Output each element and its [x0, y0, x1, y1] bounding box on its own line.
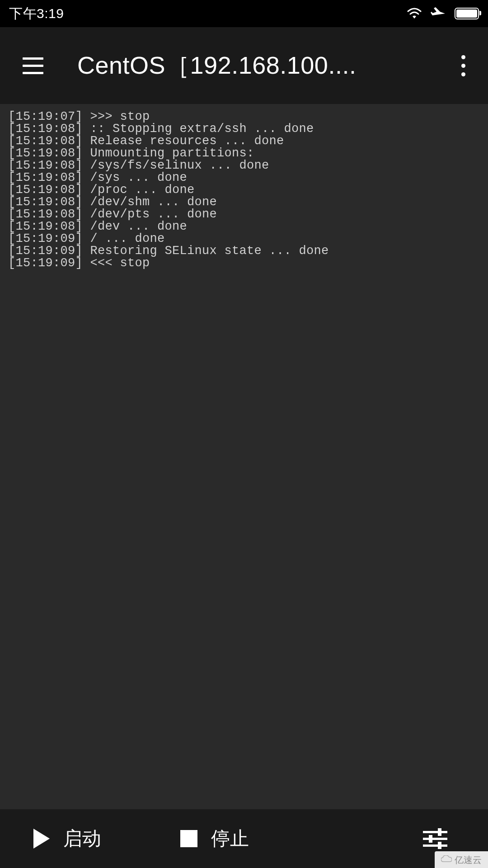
terminal-line: [15:19:08] Release resources ... done — [8, 135, 480, 147]
watermark-logo-icon — [441, 855, 452, 865]
terminal-line: [15:19:09] Restoring SELinux state ... d… — [8, 245, 480, 257]
terminal-line: [15:19:08] :: Stopping extra/ssh ... don… — [8, 123, 480, 135]
stop-label: 停止 — [211, 826, 249, 851]
terminal-line: [15:19:08] /dev ... done — [8, 221, 480, 233]
status-icons — [407, 5, 479, 22]
watermark: 亿速云 — [435, 851, 488, 868]
terminal-line: [15:19:08] Unmounting partitions: — [8, 147, 480, 160]
settings-icon[interactable] — [423, 828, 447, 849]
stop-icon — [180, 830, 197, 847]
terminal-line: [15:19:09] <<< stop — [8, 257, 480, 269]
more-options-icon[interactable] — [457, 51, 470, 81]
terminal-line: [15:19:08] /dev/pts ... done — [8, 208, 480, 221]
play-icon — [33, 829, 50, 849]
terminal-line: [15:19:08] /proc ... done — [8, 184, 480, 196]
start-label: 启动 — [63, 826, 101, 851]
terminal-line: [15:19:08] /sys ... done — [8, 172, 480, 184]
app-toolbar: CentOS［192.168.100.... — [0, 27, 488, 104]
terminal-line: [15:19:08] /dev/shm ... done — [8, 196, 480, 208]
svg-rect-3 — [429, 835, 432, 843]
svg-rect-2 — [423, 838, 447, 840]
terminal-line: [15:19:09] / ... done — [8, 233, 480, 245]
bottom-toolbar: 启动 停止 — [0, 809, 488, 868]
terminal-output[interactable]: [15:19:07] >>> stop [15:19:08] :: Stoppi… — [0, 104, 488, 809]
svg-rect-0 — [423, 831, 447, 833]
wifi-icon — [407, 8, 422, 19]
terminal-line: [15:19:07] >>> stop — [8, 111, 480, 123]
battery-icon — [455, 8, 479, 19]
svg-rect-4 — [423, 844, 447, 847]
start-button[interactable]: 启动 — [33, 826, 101, 851]
svg-rect-1 — [438, 828, 441, 836]
airplane-icon — [430, 5, 446, 22]
svg-rect-5 — [438, 842, 441, 849]
terminal-line: [15:19:08] /sys/fs/selinux ... done — [8, 160, 480, 172]
hamburger-menu-icon[interactable] — [23, 57, 43, 74]
page-title: CentOS［192.168.100.... — [77, 49, 457, 82]
status-time: 下午3:19 — [9, 5, 64, 23]
status-bar: 下午3:19 — [0, 0, 488, 27]
stop-button[interactable]: 停止 — [180, 826, 249, 851]
watermark-text: 亿速云 — [455, 854, 482, 866]
